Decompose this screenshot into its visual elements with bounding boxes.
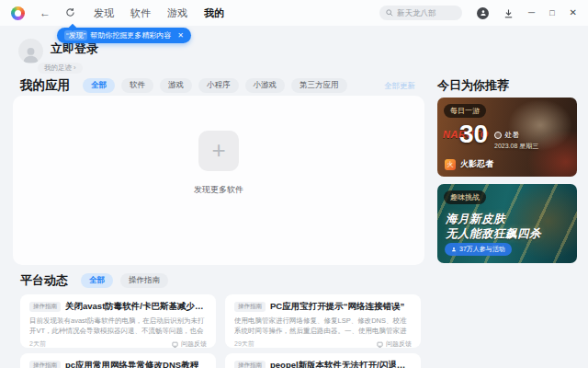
nav-tab-mine[interactable]: 我的 — [204, 6, 224, 20]
maximize-icon[interactable]: □ — [549, 9, 554, 17]
article-body: 使用电脑管家进行网络修复、修复LSP、修改DNS、校准系统时间等操作，然后重启路… — [234, 316, 412, 337]
tooltip-close-icon[interactable]: ✕ — [177, 31, 184, 40]
calendar-day: 30 — [459, 120, 488, 149]
footprint-link[interactable]: 我的足迹 › — [38, 63, 83, 74]
filter-miniprogram[interactable]: 小程序 — [198, 78, 239, 93]
article-feedback-link[interactable]: 问题反馈 — [377, 339, 412, 348]
search-icon — [386, 9, 393, 17]
tooltip-text: 帮助你挖掘更多精彩内容 — [90, 30, 171, 40]
filter-all[interactable]: 全部 — [83, 78, 115, 93]
article-card[interactable]: 操作指南 关闭avast防毒软件/卡巴斯基减少卡顿现象 目前发现装有avast防… — [20, 294, 216, 348]
calendar-date: 2023.08 星期三 — [494, 142, 538, 151]
login-block: 立即登录 我的足迹 › — [18, 39, 98, 74]
article-card[interactable]: 操作指南 pc应用常用网络异常修改DNS教程 — [20, 353, 216, 368]
participants-count: 37万人参与活动 — [459, 245, 505, 254]
filter-software[interactable]: 软件 — [121, 78, 153, 93]
participants-icon — [451, 247, 457, 252]
solar-term-label: 处暑 — [504, 130, 519, 140]
app-filters: 全部 软件 游戏 小程序 小游戏 第三方应用 — [83, 78, 347, 93]
search-input[interactable] — [397, 8, 456, 17]
window-controls: ─ □ ✕ — [477, 7, 577, 19]
my-apps-panel: + 发现更多软件 — [13, 96, 424, 265]
challenge-title-line1: 海月新皮肤 — [446, 212, 505, 227]
article-tag: 操作指南 — [234, 302, 266, 312]
discover-tooltip: “发现” 帮助你挖掘更多精彩内容 ✕ — [57, 28, 191, 43]
back-icon[interactable]: ← — [40, 7, 51, 18]
article-tag: 操作指南 — [234, 361, 266, 368]
feed-title: 平台动态 — [20, 272, 68, 289]
article-title: PC应用宝打开提示“网络连接错误” — [270, 301, 404, 313]
participants-pill: 37万人参与活动 — [445, 243, 512, 256]
titlebar: ← 发现 软件 游戏 我的 — [0, 0, 588, 26]
daily-game-card[interactable]: 每日一游 NARUTO 30 处暑 2023.08 星期三 火 火影忍者 — [437, 98, 577, 177]
login-col: 立即登录 我的足迹 › — [51, 39, 98, 74]
my-apps-header: 我的应用 全部 软件 游戏 小程序 小游戏 第三方应用 — [20, 77, 347, 94]
challenge-title-line2: 无人能敌狂飙四杀 — [446, 226, 541, 242]
solar-term-icon — [494, 132, 502, 139]
article-title: pc应用常用网络异常修改DNS教程 — [65, 360, 198, 368]
challenge-card[interactable]: 趣味挑战 海月新皮肤 无人能敌狂飙四杀 37万人参与活动 — [437, 184, 577, 263]
refresh-icon[interactable] — [65, 7, 75, 19]
nav-tab-software[interactable]: 软件 — [130, 6, 151, 20]
avatar[interactable] — [18, 39, 43, 63]
download-manager-icon[interactable] — [503, 8, 514, 18]
main-nav: 发现 软件 游戏 我的 — [94, 6, 224, 20]
feed-tab-guides[interactable]: 操作指南 — [120, 273, 168, 288]
tooltip-highlight: “发现” — [64, 30, 87, 40]
minimize-icon[interactable]: ─ — [528, 8, 535, 17]
filter-games[interactable]: 游戏 — [160, 78, 192, 93]
article-feedback-link[interactable]: 问题反馈 — [172, 339, 207, 348]
article-time: 2天前 — [29, 339, 46, 348]
feed-header: 平台动态 全部 操作指南 — [20, 272, 168, 289]
feed-grid: 操作指南 关闭avast防毒软件/卡巴斯基减少卡顿现象 目前发现装有avast防… — [20, 294, 421, 368]
article-tag: 操作指南 — [29, 302, 61, 312]
daily-game-row: 火 火影忍者 — [445, 158, 493, 170]
article-card[interactable]: 操作指南 PC应用宝打开提示“网络连接错误” 使用电脑管家进行网络修复、修复LS… — [225, 294, 421, 348]
account-icon[interactable] — [477, 7, 489, 19]
article-tag: 操作指南 — [29, 361, 61, 368]
game-logo-icon: 火 — [445, 159, 456, 170]
article-title: peopel新版本软件无法打开/闪退问题… — [270, 360, 412, 368]
add-software-button[interactable]: + — [198, 131, 239, 171]
feed-tab-all[interactable]: 全部 — [81, 273, 113, 288]
recommend-title: 今日为你推荐 — [437, 77, 509, 94]
article-body: 目前发现装有avast防毒软件的电脑，在启动后识别为未打开VT，此种情况会导致模… — [29, 316, 207, 337]
filter-minigames[interactable]: 小游戏 — [245, 78, 286, 93]
daily-game-name: 火影忍者 — [460, 158, 493, 170]
solar-term-row: 处暑 — [494, 130, 519, 140]
update-all-link[interactable]: 全部更新 — [384, 81, 415, 92]
challenge-badge: 趣味挑战 — [444, 190, 486, 204]
plus-icon: + — [211, 138, 225, 162]
app-logo-icon[interactable] — [11, 6, 25, 20]
nav-tab-discover[interactable]: 发现 — [94, 6, 114, 20]
close-icon[interactable]: ✕ — [570, 8, 577, 17]
filter-thirdparty[interactable]: 第三方应用 — [291, 78, 347, 93]
article-card[interactable]: 操作指南 peopel新版本软件无法打开/闪退问题… — [225, 353, 421, 368]
my-apps-title: 我的应用 — [20, 77, 70, 94]
feedback-icon — [377, 341, 383, 348]
daily-game-badge: 每日一游 — [444, 104, 486, 118]
add-software-label: 发现更多软件 — [13, 184, 424, 196]
article-title: 关闭avast防毒软件/卡巴斯基减少卡顿现象 — [65, 301, 207, 313]
nav-tab-games[interactable]: 游戏 — [167, 6, 187, 20]
app-window: ← 发现 软件 游戏 我的 — [0, 0, 588, 368]
search-box[interactable] — [379, 6, 462, 20]
article-time: 29天前 — [234, 339, 254, 348]
feedback-icon — [172, 341, 178, 348]
feed-tabs: 全部 操作指南 — [81, 273, 168, 288]
